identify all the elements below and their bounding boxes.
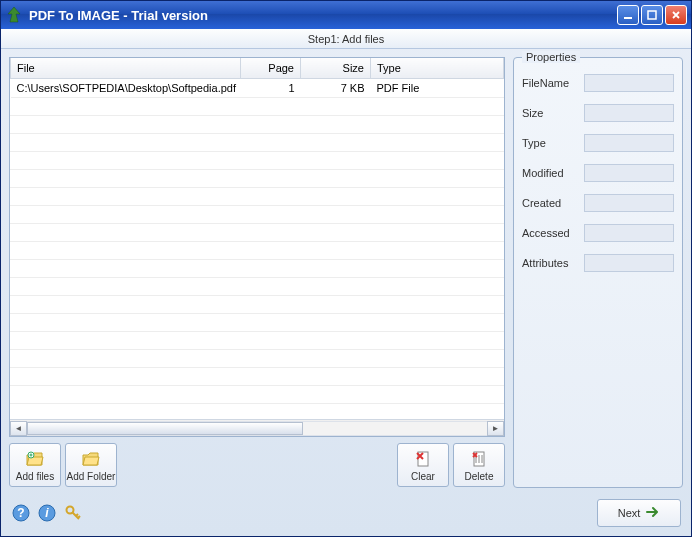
filename-label: FileName — [522, 77, 578, 89]
prop-size: Size — [522, 104, 674, 122]
svg-rect-0 — [624, 17, 632, 19]
prop-attributes: Attributes — [522, 254, 674, 272]
step-label: Step1: Add files — [1, 29, 691, 49]
prop-created: Created — [522, 194, 674, 212]
scroll-right-icon[interactable]: ► — [487, 421, 504, 436]
key-icon[interactable] — [63, 503, 83, 523]
cell-size: 7 KB — [301, 78, 371, 97]
folder-icon — [81, 449, 101, 469]
add-files-button[interactable]: Add files — [9, 443, 61, 487]
file-table: File Page Size Type C:\Users\SOFTPEDIA\D… — [9, 57, 505, 437]
add-files-label: Add files — [16, 471, 54, 482]
column-header-type[interactable]: Type — [371, 58, 504, 78]
left-pane: File Page Size Type C:\Users\SOFTPEDIA\D… — [9, 57, 505, 488]
add-folder-label: Add Folder — [67, 471, 116, 482]
svg-text:?: ? — [17, 506, 24, 520]
attributes-field — [584, 254, 674, 272]
prop-accessed: Accessed — [522, 224, 674, 242]
add-button-group: Add files Add Folder — [9, 443, 117, 487]
scroll-track[interactable] — [27, 421, 487, 436]
next-label: Next — [618, 507, 641, 519]
column-header-file[interactable]: File — [11, 58, 241, 78]
created-label: Created — [522, 197, 578, 209]
toolbar: Add files Add Folder Clear — [9, 443, 505, 487]
add-file-icon — [25, 449, 45, 469]
help-icon[interactable]: ? — [11, 503, 31, 523]
size-field — [584, 104, 674, 122]
table-header-row: File Page Size Type — [11, 58, 504, 78]
window-title: PDF To IMAGE - Trial version — [29, 8, 617, 23]
titlebar: PDF To IMAGE - Trial version — [1, 1, 691, 29]
cell-file: C:\Users\SOFTPEDIA\Desktop\Softpedia.pdf — [11, 78, 241, 97]
type-field — [584, 134, 674, 152]
horizontal-scrollbar[interactable]: ◄ ► — [10, 419, 504, 436]
column-header-size[interactable]: Size — [301, 58, 371, 78]
footer-icons: ? i — [11, 503, 83, 523]
svg-rect-1 — [648, 11, 656, 19]
clear-icon — [413, 449, 433, 469]
minimize-button[interactable] — [617, 5, 639, 25]
accessed-field — [584, 224, 674, 242]
modified-field — [584, 164, 674, 182]
delete-label: Delete — [465, 471, 494, 482]
modified-label: Modified — [522, 167, 578, 179]
prop-modified: Modified — [522, 164, 674, 182]
window-controls — [617, 5, 687, 25]
empty-table-area — [10, 98, 504, 420]
properties-title: Properties — [522, 51, 580, 63]
scroll-left-icon[interactable]: ◄ — [10, 421, 27, 436]
table-row[interactable]: C:\Users\SOFTPEDIA\Desktop\Softpedia.pdf… — [11, 78, 504, 97]
clear-button[interactable]: Clear — [397, 443, 449, 487]
created-field — [584, 194, 674, 212]
arrow-right-icon — [646, 506, 660, 520]
column-header-page[interactable]: Page — [241, 58, 301, 78]
delete-button[interactable]: Delete — [453, 443, 505, 487]
type-label: Type — [522, 137, 578, 149]
app-icon — [5, 6, 23, 24]
prop-filename: FileName — [522, 74, 674, 92]
next-button[interactable]: Next — [597, 499, 681, 527]
accessed-label: Accessed — [522, 227, 578, 239]
main-window: PDF To IMAGE - Trial version Step1: Add … — [0, 0, 692, 537]
cell-type: PDF File — [371, 78, 504, 97]
add-folder-button[interactable]: Add Folder — [65, 443, 117, 487]
size-label: Size — [522, 107, 578, 119]
maximize-button[interactable] — [641, 5, 663, 25]
close-button[interactable] — [665, 5, 687, 25]
scroll-thumb[interactable] — [27, 422, 303, 435]
filename-field — [584, 74, 674, 92]
prop-type: Type — [522, 134, 674, 152]
clear-label: Clear — [411, 471, 435, 482]
content-area: File Page Size Type C:\Users\SOFTPEDIA\D… — [1, 49, 691, 496]
delete-icon — [469, 449, 489, 469]
info-icon[interactable]: i — [37, 503, 57, 523]
remove-button-group: Clear Delete — [397, 443, 505, 487]
attributes-label: Attributes — [522, 257, 578, 269]
properties-panel: Properties FileName Size Type Modified C… — [513, 57, 683, 488]
cell-page: 1 — [241, 78, 301, 97]
footer: ? i Next — [1, 496, 691, 536]
